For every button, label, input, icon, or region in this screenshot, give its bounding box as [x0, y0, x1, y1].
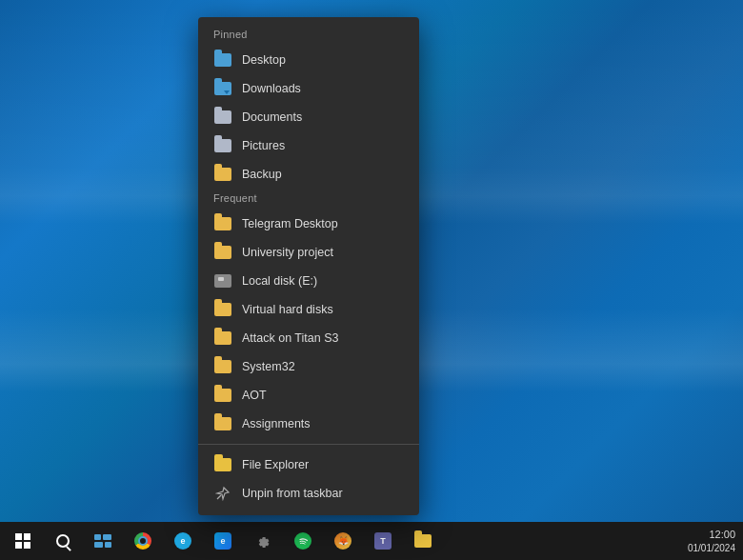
folder-system32-icon	[213, 357, 232, 376]
folder-aot-icon	[213, 386, 232, 405]
folder-telegram-icon	[213, 214, 232, 233]
file-explorer-icon	[213, 455, 232, 474]
folder-virtual-hd-icon	[213, 300, 232, 319]
menu-item-documents[interactable]: Documents	[198, 103, 419, 131]
taskbar-icon-settings[interactable]	[244, 522, 282, 560]
menu-item-backup-label: Backup	[242, 168, 282, 181]
taskbar-icon-task-view[interactable]	[84, 522, 122, 560]
taskbar-icon-edge-old[interactable]: e	[164, 522, 202, 560]
taskbar-icon-edge-new[interactable]: e	[204, 522, 242, 560]
menu-item-telegram-label: Telegram Desktop	[242, 217, 338, 230]
folder-aot-s3-icon	[213, 329, 232, 348]
menu-item-unpin[interactable]: Unpin from taskbar	[198, 479, 419, 508]
taskbar: e e 🦊	[0, 522, 743, 560]
taskbar-icon-spotify[interactable]	[284, 522, 322, 560]
menu-item-virtual-hd-label: Virtual hard disks	[242, 303, 333, 316]
menu-item-assignments[interactable]: Assignments	[198, 410, 419, 438]
taskbar-icon-file-manager[interactable]	[404, 522, 442, 560]
menu-item-file-explorer[interactable]: File Explorer	[198, 450, 419, 479]
menu-item-pictures[interactable]: Pictures	[198, 131, 419, 160]
menu-item-aot-s3-label: Attack on Titan S3	[242, 331, 338, 345]
menu-item-aot-label: AOT	[242, 389, 267, 402]
menu-item-local-disk-label: Local disk (E:)	[242, 274, 317, 288]
folder-assignments-icon	[213, 414, 232, 433]
search-icon	[56, 534, 70, 548]
menu-item-documents-label: Documents	[242, 110, 302, 124]
context-menu: Pinned Desktop Downloads Documents Pictu…	[198, 17, 419, 515]
taskbar-icon-teams[interactable]: T	[364, 522, 402, 560]
menu-item-aot[interactable]: AOT	[198, 381, 419, 410]
menu-item-system32[interactable]: System32	[198, 352, 419, 381]
menu-item-downloads-label: Downloads	[242, 82, 301, 95]
system-clock: 12:00 01/01/2024	[688, 528, 735, 555]
folder-blue-icon	[213, 50, 232, 70]
svg-line-0	[217, 495, 221, 499]
menu-item-telegram[interactable]: Telegram Desktop	[198, 210, 419, 238]
menu-item-university[interactable]: University project	[198, 238, 419, 267]
menu-item-desktop-label: Desktop	[242, 53, 286, 67]
start-icon	[15, 533, 30, 549]
svg-rect-4	[105, 542, 111, 548]
svg-rect-1	[94, 534, 101, 540]
menu-item-desktop[interactable]: Desktop	[198, 46, 419, 74]
svg-rect-3	[94, 542, 103, 548]
folder-pictures-icon	[213, 136, 232, 155]
menu-item-assignments-label: Assignments	[242, 417, 311, 430]
menu-item-file-explorer-label: File Explorer	[242, 458, 309, 471]
menu-divider	[198, 444, 419, 445]
menu-item-system32-label: System32	[242, 360, 295, 373]
unpin-icon	[213, 484, 232, 503]
menu-item-backup[interactable]: Backup	[198, 160, 419, 189]
taskbar-icon-browser[interactable]: 🦊	[324, 522, 362, 560]
svg-rect-2	[103, 534, 111, 540]
menu-item-local-disk[interactable]: Local disk (E:)	[198, 267, 419, 295]
menu-item-virtual-hd[interactable]: Virtual hard disks	[198, 295, 419, 324]
pinned-section-label: Pinned	[198, 25, 419, 46]
menu-item-aot-s3[interactable]: Attack on Titan S3	[198, 324, 419, 352]
menu-item-university-label: University project	[242, 246, 333, 259]
menu-item-downloads[interactable]: Downloads	[198, 74, 419, 103]
folder-documents-icon	[213, 108, 232, 127]
taskbar-icon-chrome[interactable]	[124, 522, 162, 560]
folder-download-icon	[213, 79, 232, 98]
menu-item-unpin-label: Unpin from taskbar	[242, 487, 343, 500]
taskbar-tray: 12:00 01/01/2024	[688, 528, 743, 555]
disk-icon	[213, 271, 232, 290]
taskbar-icons: e e 🦊	[80, 522, 446, 560]
search-button[interactable]	[46, 522, 80, 560]
start-button[interactable]	[0, 522, 46, 560]
folder-university-icon	[213, 243, 232, 262]
folder-backup-icon	[213, 165, 232, 184]
menu-item-pictures-label: Pictures	[242, 139, 285, 152]
frequent-section-label: Frequent	[198, 189, 419, 210]
